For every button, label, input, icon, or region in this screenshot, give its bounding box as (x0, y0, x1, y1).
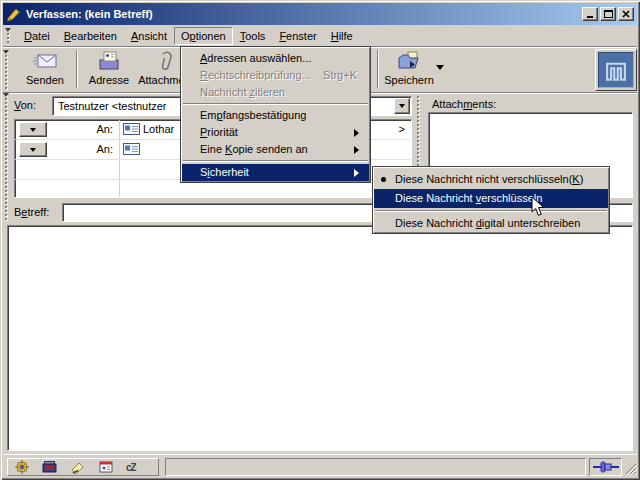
mail-icon[interactable] (42, 459, 58, 475)
minimize-button[interactable] (582, 7, 598, 21)
submenu-arrow-icon (354, 169, 363, 177)
statusbar: cZ (3, 454, 637, 477)
close-icon (622, 10, 630, 18)
status-text-panel (165, 458, 586, 476)
navigator-icon[interactable] (14, 459, 30, 475)
toolbar-separator (76, 50, 78, 88)
submenuitem-nicht-verschluesseln[interactable]: Diese Nachricht nicht verschlüsseln(K) (374, 170, 608, 189)
submenuitem-verschluesseln[interactable]: Diese Nachricht verschlüsseln (374, 189, 608, 208)
mouse-cursor (531, 196, 546, 218)
mozilla-logo (595, 49, 637, 91)
submenu-arrow-icon (354, 146, 363, 154)
save-button[interactable]: Speichern (383, 49, 435, 91)
menuitem-sicherheit[interactable]: Sicherheit (182, 164, 369, 181)
maximize-icon (604, 10, 613, 18)
mozilla-m-icon (598, 52, 634, 88)
composer-icon[interactable] (70, 459, 86, 475)
menu-separator (183, 103, 368, 105)
window-compose-icon (6, 6, 22, 22)
recipient-type-label: An: (55, 143, 113, 155)
menu-hilfe[interactable]: Hilfe (324, 27, 360, 45)
recipient-type-label: An: (55, 123, 113, 135)
addressbook-icon[interactable] (98, 459, 114, 475)
address-card-icon (123, 122, 140, 136)
menu-datei[interactable]: Datei (17, 27, 57, 45)
save-folder-icon (396, 49, 422, 73)
online-status-panel[interactable] (589, 458, 622, 476)
menu-tools[interactable]: Tools (233, 27, 273, 45)
minimize-icon (587, 16, 593, 18)
compose-window: Verfassen: (kein Betreff) Datei Bearbeit… (0, 0, 640, 480)
sicherheit-submenu: Diese Nachricht nicht verschlüsseln(K) D… (372, 166, 610, 234)
menubar: Datei Bearbeiten Ansicht Optionen Tools … (3, 25, 637, 46)
collapse-arrow-icon (5, 28, 11, 35)
address-card-icon (123, 142, 140, 156)
window-controls (580, 7, 634, 21)
submenuitem-digital-unterschreiben[interactable]: Diese Nachricht digital unterschreiben (374, 214, 608, 233)
chevron-down-icon (399, 104, 405, 111)
menuitem-eine-kopie-senden-an[interactable]: Eine Kopie senden an (182, 141, 369, 158)
chevron-down-icon (30, 148, 36, 155)
menuitem-adressen-auswaehlen[interactable]: Adressen auswählen... (182, 50, 369, 67)
resize-grip[interactable] (623, 461, 637, 475)
maximize-button[interactable] (600, 7, 616, 21)
paperclip-icon (153, 49, 179, 73)
menu-separator (183, 160, 368, 162)
from-label: Von: (14, 99, 36, 111)
collapse-arrow-icon (3, 93, 9, 100)
menu-ansicht[interactable]: Ansicht (124, 27, 174, 45)
menuitem-rechtschreibpruefung: Rechtschreibprüfung... Strg+K (182, 67, 369, 84)
menu-fenster[interactable]: Fenster (272, 27, 323, 45)
chatzilla-icon[interactable]: cZ (126, 462, 136, 473)
recipient-type-button[interactable] (19, 142, 47, 157)
submenu-arrow-icon (354, 129, 363, 137)
menuitem-shortcut: Strg+K (323, 67, 357, 84)
recipient-address-tail: > (399, 123, 405, 135)
send-button[interactable]: Senden (17, 49, 73, 91)
toolbar-grippy[interactable] (4, 50, 9, 90)
send-envelope-icon (32, 49, 58, 73)
menu-bearbeiten[interactable]: Bearbeiten (57, 27, 124, 45)
recipient-address: Lothar (143, 123, 174, 135)
from-dropdown-button[interactable] (394, 98, 410, 114)
window-title: Verfassen: (kein Betreff) (26, 8, 580, 20)
menu-optionen[interactable]: Optionen (174, 27, 233, 45)
chevron-down-icon (30, 128, 36, 135)
collapse-arrow-icon (3, 50, 9, 57)
message-body-editor[interactable] (7, 225, 633, 451)
save-dropdown-arrow-icon[interactable] (436, 65, 444, 74)
titlebar[interactable]: Verfassen: (kein Betreff) (3, 3, 637, 25)
attachments-label: Attachments: (432, 98, 496, 110)
close-button[interactable] (618, 7, 634, 21)
address-book-icon (96, 49, 122, 73)
toolbar-separator (377, 50, 379, 88)
component-bar: cZ (7, 458, 159, 476)
radio-selected-icon (381, 177, 386, 182)
menu-separator (375, 210, 607, 212)
subject-label: Betreff: (14, 206, 49, 218)
online-plug-icon (593, 461, 619, 473)
recipient-type-button[interactable] (19, 122, 47, 137)
address-button[interactable]: Adresse (82, 49, 136, 91)
menuitem-empfangsbestaetigung[interactable]: Empfangsbestätigung (182, 107, 369, 124)
optionen-menu: Adressen auswählen... Rechtschreibprüfun… (180, 46, 371, 183)
menuitem-nachricht-zitieren: Nachricht zitieren (182, 84, 369, 101)
menuitem-prioritaet[interactable]: Priorität (182, 124, 369, 141)
menubar-grippy[interactable] (6, 28, 11, 43)
